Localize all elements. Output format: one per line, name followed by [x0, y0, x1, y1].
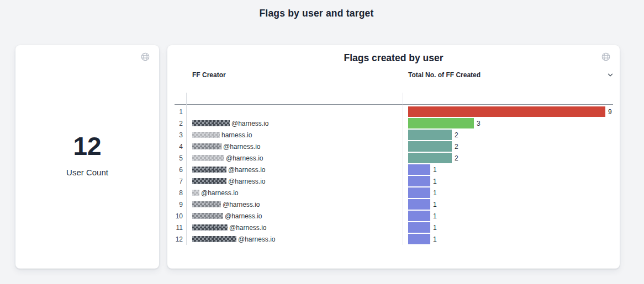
bar[interactable] [408, 187, 430, 198]
redacted-name-block [192, 190, 199, 196]
bar[interactable] [408, 234, 430, 244]
bar[interactable] [408, 141, 452, 152]
header-divider [175, 104, 613, 105]
ff-count-cell: 1 [403, 211, 620, 221]
bar[interactable] [408, 164, 430, 175]
redacted-name-block [192, 213, 223, 219]
bar-value-label: 1 [433, 212, 437, 220]
ff-creator-cell: @harness.io [186, 212, 403, 220]
total-ff-column-header[interactable]: Total No. of FF Created [403, 71, 620, 79]
table-row[interactable]: 2 @harness.io3 [167, 117, 620, 129]
bar[interactable] [408, 176, 430, 186]
page-title: Flags by user and target [0, 8, 633, 19]
redacted-name-block [192, 155, 224, 161]
row-rank: 2 [167, 120, 186, 127]
globe-icon[interactable] [140, 52, 150, 62]
bar[interactable] [408, 222, 430, 233]
table-row[interactable]: 7@harness.io1 [167, 175, 620, 187]
table-row[interactable]: 3harness.io2 [167, 129, 620, 141]
ff-creator-cell: harness.io [186, 131, 403, 139]
user-count-value: 12 [73, 131, 101, 163]
table-row[interactable]: 12@harness.io1 [167, 233, 620, 245]
row-rank: 6 [167, 166, 186, 174]
creator-email-suffix: @harness.io [238, 235, 276, 243]
redacted-name-block [192, 224, 228, 231]
ff-creator-cell: @harness.io [186, 178, 403, 185]
row-rank: 7 [167, 178, 186, 185]
table-row[interactable]: 8@harness.io1 [167, 187, 620, 199]
creator-email-suffix: @harness.io [228, 178, 266, 185]
redacted-name-block [192, 236, 236, 242]
bar-value-label: 1 [433, 201, 437, 208]
table-row[interactable]: 11 @harness.io1 [167, 222, 620, 233]
redacted-name-block [192, 132, 220, 138]
ff-creator-cell: @harness.io [186, 224, 403, 232]
ff-count-cell: 1 [403, 164, 620, 175]
table-row[interactable]: 5@harness.io2 [167, 152, 620, 164]
creator-email-suffix: @harness.io [225, 212, 262, 220]
table-row[interactable]: 6@harness.io1 [167, 164, 620, 175]
bar[interactable] [408, 153, 452, 163]
row-rank: 3 [167, 131, 186, 139]
flags-table: FF Creator Total No. of FF Created 192 @… [167, 69, 620, 81]
bar-value-label: 1 [433, 166, 437, 174]
ff-count-cell: 2 [403, 130, 620, 140]
bar-value-label: 3 [477, 120, 481, 127]
redacted-name-block [192, 120, 230, 126]
ff-creator-cell: @harness.io [186, 120, 403, 127]
ff-count-cell: 1 [403, 187, 620, 198]
ff-count-cell: 1 [403, 176, 620, 186]
creator-email-suffix: @harness.io [229, 224, 267, 232]
redacted-name-block [192, 167, 226, 173]
row-rank: 4 [167, 143, 186, 151]
ff-creator-column-header[interactable]: FF Creator [186, 71, 403, 79]
ff-creator-cell: @harness.io [186, 166, 403, 174]
creator-email-suffix: @harness.io [223, 143, 261, 151]
table-row[interactable]: 19 [167, 106, 620, 117]
row-rank: 9 [167, 201, 186, 208]
bar-value-label: 1 [433, 224, 437, 232]
bar-value-label: 1 [433, 235, 437, 243]
table-row[interactable]: 10@harness.io1 [167, 210, 620, 222]
bar[interactable] [408, 211, 430, 221]
creator-email-suffix: @harness.io [223, 201, 260, 208]
ff-creator-cell: @harness.io [186, 201, 403, 208]
chevron-down-icon[interactable] [606, 71, 614, 79]
bar-value-label: 2 [455, 131, 458, 139]
bar[interactable] [408, 199, 430, 210]
redacted-name-block [192, 143, 221, 149]
ff-count-cell: 1 [403, 234, 620, 244]
ff-count-cell: 1 [403, 199, 620, 210]
creator-email-suffix: @harness.io [201, 189, 239, 197]
table-header-row: FF Creator Total No. of FF Created [167, 69, 620, 81]
user-count-card: 12 User Count [15, 45, 159, 269]
table-rows: 192 @harness.io33harness.io24@harness.io… [167, 106, 620, 245]
flags-created-card: Flags created by user FF Creator Total N… [167, 45, 620, 269]
row-rank: 8 [167, 189, 186, 197]
flags-created-title: Flags created by user [167, 52, 620, 64]
ff-count-cell: 1 [403, 222, 620, 233]
creator-email-suffix: @harness.io [226, 154, 263, 162]
ff-count-cell: 9 [403, 106, 620, 117]
creator-email-suffix: @harness.io [231, 120, 269, 127]
redacted-name-block [192, 178, 226, 184]
bar[interactable] [408, 118, 474, 128]
table-row[interactable]: 9 @harness.io1 [167, 199, 620, 210]
ff-count-cell: 3 [403, 118, 620, 128]
user-count-label: User Count [66, 168, 108, 177]
bar-value-label: 2 [455, 154, 458, 162]
table-row[interactable]: 4@harness.io2 [167, 141, 620, 152]
bar-value-label: 1 [433, 189, 437, 197]
bar-value-label: 2 [455, 143, 458, 151]
row-rank: 10 [167, 212, 186, 220]
bar[interactable] [408, 106, 605, 117]
row-rank: 5 [167, 154, 186, 162]
bar[interactable] [408, 130, 452, 140]
bar-value-label: 1 [433, 178, 437, 185]
row-rank: 11 [167, 224, 186, 232]
bar-value-label: 9 [608, 108, 612, 116]
ff-creator-cell: @harness.io [186, 235, 403, 243]
ff-creator-cell: @harness.io [186, 189, 403, 197]
ff-count-cell: 2 [403, 153, 620, 163]
ff-count-cell: 2 [403, 141, 620, 152]
